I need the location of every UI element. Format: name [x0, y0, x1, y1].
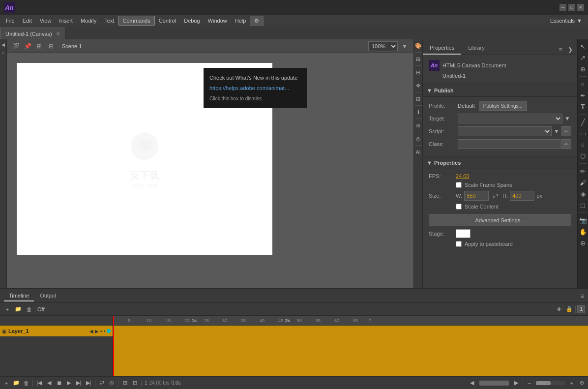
bc-scroll-left-icon[interactable]: ◀: [468, 379, 476, 388]
adobe-icon[interactable]: Ai: [414, 148, 423, 156]
add-layer-icon[interactable]: +: [3, 305, 12, 314]
layer-start-icon[interactable]: ◀: [89, 329, 93, 334]
scale-frames-checkbox[interactable]: [456, 182, 462, 188]
menu-insert[interactable]: Insert: [55, 16, 77, 25]
minimize-button[interactable]: ─: [559, 4, 566, 11]
width-input[interactable]: [464, 191, 489, 201]
camera-icon[interactable]: 🎬: [11, 41, 21, 51]
panel-menu-icon[interactable]: ≡: [556, 45, 565, 55]
bc-zoom-in-icon[interactable]: +: [567, 379, 576, 388]
zoom-dropdown-icon[interactable]: ▼: [400, 41, 410, 51]
notification-dismiss[interactable]: Click this box to dismiss: [209, 95, 301, 102]
line-tool-icon[interactable]: ╱: [578, 117, 588, 127]
hand-tool-icon[interactable]: ✋: [578, 227, 588, 237]
bc-collapse-icon[interactable]: ⊟: [130, 379, 139, 388]
delete-layer-icon[interactable]: 🗑: [25, 305, 33, 314]
lock-icon[interactable]: 🔒: [565, 305, 574, 314]
bc-prev-icon[interactable]: ◀: [45, 379, 54, 388]
publish-section-header[interactable]: ▼ Publish: [423, 84, 577, 97]
class-edit-icon[interactable]: ✏: [561, 139, 571, 149]
menu-window[interactable]: Window: [204, 16, 231, 25]
transform-icon[interactable]: ⊞: [34, 41, 44, 51]
scale-content-checkbox[interactable]: [456, 204, 462, 209]
bc-play-icon[interactable]: ▶: [64, 379, 73, 388]
ellipse-tool-icon[interactable]: ○: [578, 140, 588, 150]
menu-view[interactable]: View: [36, 16, 56, 25]
menu-edit[interactable]: Edit: [19, 16, 36, 25]
zoom-tool-icon[interactable]: ⊕: [578, 238, 588, 248]
timeline-menu-icon[interactable]: ≡: [581, 293, 584, 299]
pin-icon[interactable]: 📌: [23, 41, 32, 51]
bc-loop-icon[interactable]: ⇄: [97, 379, 106, 388]
color-palette-icon[interactable]: 🎨: [414, 41, 423, 50]
class-input[interactable]: [458, 139, 560, 149]
tab-library[interactable]: Library: [461, 42, 492, 55]
eye-icon[interactable]: 👁: [555, 305, 563, 314]
transform2-icon[interactable]: ⊞: [414, 94, 423, 103]
publish-settings-button[interactable]: Publish Settings...: [479, 101, 527, 111]
document-tab[interactable]: Untitled-1 (Canvas) ✕: [0, 28, 65, 39]
lasso-icon[interactable]: ○: [578, 79, 588, 89]
pencil-tool-icon[interactable]: ✏: [578, 166, 588, 176]
settings-icon-button[interactable]: ⚙: [250, 16, 264, 26]
grid-icon[interactable]: ⊟: [46, 41, 56, 51]
menu-modify[interactable]: Modify: [77, 16, 100, 25]
nav-home-icon[interactable]: ⌂: [0, 49, 7, 56]
eraser-tool-icon[interactable]: ◻: [578, 200, 588, 210]
menu-file[interactable]: File: [2, 16, 19, 25]
free-transform-icon[interactable]: ⊕: [578, 64, 588, 74]
brush-tool-icon[interactable]: 🖌: [578, 178, 588, 187]
text-tool-icon[interactable]: T: [578, 102, 588, 112]
bc-scroll-track[interactable]: [479, 381, 509, 386]
target-dropdown-icon[interactable]: ▼: [563, 115, 571, 122]
apply-pasteboard-checkbox[interactable]: [456, 241, 462, 247]
zoom-select[interactable]: 100% 75% 50% 150% 200%: [368, 41, 398, 51]
menu-control[interactable]: Control: [155, 16, 180, 25]
nav-left-icon[interactable]: ◀: [0, 41, 7, 48]
select-sub-icon[interactable]: ↗: [578, 53, 588, 62]
bc-add-icon[interactable]: +: [2, 379, 11, 388]
target-select[interactable]: [458, 114, 562, 123]
bc-fit-icon[interactable]: ⊕: [577, 379, 586, 388]
timeline-tab-output[interactable]: Output: [35, 291, 61, 301]
fill-tool-icon[interactable]: ◈: [578, 189, 588, 199]
bc-onion-icon[interactable]: ◎: [107, 379, 116, 388]
script-edit-icon[interactable]: ✏: [561, 126, 571, 136]
fps-value[interactable]: 24.00: [456, 173, 470, 179]
bc-scroll-right-icon[interactable]: ▶: [512, 379, 521, 388]
tab-properties[interactable]: Properties: [423, 42, 461, 55]
bc-folder-icon[interactable]: 📁: [12, 379, 21, 388]
chain-icon[interactable]: ⇄: [491, 191, 500, 201]
close-button[interactable]: ✕: [577, 4, 584, 11]
timeline-tab-timeline[interactable]: Timeline: [4, 291, 34, 301]
move-icon[interactable]: ✥: [414, 81, 423, 90]
bc-stop-icon[interactable]: ◼: [55, 379, 63, 388]
grid-view-icon[interactable]: ⊞: [414, 55, 423, 63]
script-select[interactable]: [458, 126, 552, 136]
bc-zoom-out-icon[interactable]: −: [525, 379, 534, 388]
script-dropdown-icon[interactable]: ▼: [553, 128, 560, 135]
layer-play-icon[interactable]: ▶: [95, 329, 99, 334]
panel-collapse-left-icon[interactable]: ❯: [565, 45, 575, 55]
bc-last-icon[interactable]: ▶|: [84, 379, 93, 388]
bc-next-icon[interactable]: ▶|: [74, 379, 83, 388]
camera-tool-icon[interactable]: 📷: [578, 215, 588, 225]
properties-section-header[interactable]: ▼ Properties: [423, 156, 577, 169]
info-icon[interactable]: ℹ: [414, 108, 423, 117]
tab-close-icon[interactable]: ✕: [56, 31, 60, 36]
select-arrow-icon[interactable]: ↖: [578, 41, 588, 51]
bc-delete-icon[interactable]: 🗑: [22, 379, 30, 388]
layer-row[interactable]: ▣ Layer_1 ◀ ▶ • •: [0, 326, 113, 336]
bc-first-icon[interactable]: |◀: [35, 379, 44, 388]
pen-icon[interactable]: ✒: [578, 90, 588, 100]
bc-expand-icon[interactable]: ⊞: [120, 379, 129, 388]
advanced-settings-button[interactable]: Advanced Settings...: [429, 214, 571, 226]
stage-color-picker[interactable]: [456, 229, 470, 238]
notification-link[interactable]: https://helpx.adobe.com/animat...: [209, 84, 301, 92]
menu-debug[interactable]: Debug: [180, 16, 204, 25]
essentials-button[interactable]: Essentials ▼: [546, 17, 586, 25]
menu-commands[interactable]: Commands: [118, 16, 154, 26]
menu-text[interactable]: Text: [100, 16, 118, 25]
folder-icon[interactable]: 📁: [14, 305, 23, 314]
rect-tool-icon[interactable]: ▭: [578, 128, 588, 138]
